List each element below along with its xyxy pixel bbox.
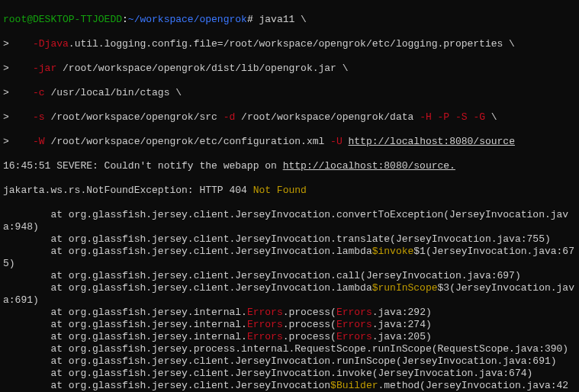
flag-h: -H	[420, 111, 432, 123]
prompt-line: root@DESKTOP-TTJOEDD:~/workspace/opengro…	[3, 14, 576, 26]
flag-p: -P	[438, 111, 450, 123]
exception-line: jakarta.ws.rs.NotFoundException: HTTP 40…	[3, 185, 576, 197]
stack-trace-line: at org.glassfish.jersey.client.JerseyInv…	[3, 246, 576, 270]
stack-trace-line: at org.glassfish.jersey.client.JerseyInv…	[3, 380, 576, 392]
cmd-continuation: > -W /root/workspace/opengrok/etc/config…	[3, 136, 576, 148]
stack-trace-line: at org.glassfish.jersey.internal.Errors.…	[3, 331, 576, 343]
flag-w: -W	[33, 136, 45, 147]
cwd-path: ~/workspace/opengrok	[128, 14, 247, 25]
not-found-text: Not Found	[253, 185, 307, 196]
cmd-continuation: > -c /usr/local/bin/ctags \	[3, 87, 576, 99]
severe-line: 16:45:51 SEVERE: Couldn't notify the web…	[3, 160, 576, 172]
cmd-continuation: > -s /root/workspace/opengrok/src -d /ro…	[3, 111, 576, 124]
errors-token: Errors	[336, 307, 372, 318]
stack-trace-line: at org.glassfish.jersey.client.JerseyInv…	[3, 270, 576, 282]
errors-token: Errors	[336, 331, 372, 342]
stack-trace-line: at org.glassfish.jersey.client.JerseyInv…	[3, 355, 576, 368]
errors-token: Errors	[247, 307, 283, 318]
stack-trace-line: at org.glassfish.jersey.internal.Errors.…	[3, 319, 576, 331]
flag-jar: -jar	[33, 63, 56, 74]
stack-trace-line: at org.glassfish.jersey.client.JerseyInv…	[3, 282, 576, 307]
stack-trace-line: at org.glassfish.jersey.internal.Errors.…	[3, 307, 576, 319]
flag-c: -c	[33, 87, 45, 98]
stack-trace-line: at org.glassfish.jersey.client.JerseyInv…	[3, 209, 576, 233]
inner-class-token: $runInScope	[372, 282, 438, 294]
flag-s: -s	[33, 111, 45, 123]
terminal-output[interactable]: root@DESKTOP-TTJOEDD:~/workspace/opengro…	[0, 0, 579, 392]
errors-token: Errors	[247, 319, 283, 330]
command-text: java11 \	[253, 14, 307, 25]
flag-u: -U	[330, 136, 343, 147]
errors-token: Errors	[247, 331, 283, 342]
user-host: root@DESKTOP-TTJOEDD	[3, 14, 122, 25]
stack-trace-line: at org.glassfish.jersey.client.JerseyInv…	[3, 233, 576, 246]
flag-g: -G	[473, 111, 485, 123]
errors-token: Errors	[336, 319, 372, 330]
cmd-continuation: > -jar /root/workspace/opengrok/dist/lib…	[3, 63, 576, 75]
inner-class-token: $Builder	[330, 380, 378, 391]
flag-djava: -Djava	[33, 38, 69, 50]
flag-s2: -S	[455, 111, 468, 123]
stack-trace-line: at org.glassfish.jersey.client.JerseyInv…	[3, 368, 576, 380]
url-link[interactable]: http://localhost:8080/source	[349, 136, 515, 147]
flag-d: -d	[224, 111, 236, 123]
inner-class-token: $invoke	[372, 246, 414, 257]
url-link[interactable]: http://localhost:8080/source.	[283, 160, 455, 172]
cmd-continuation: > -Djava.util.logging.config.file=/root/…	[3, 38, 576, 50]
stack-trace-line: at org.glassfish.jersey.process.internal…	[3, 343, 576, 355]
